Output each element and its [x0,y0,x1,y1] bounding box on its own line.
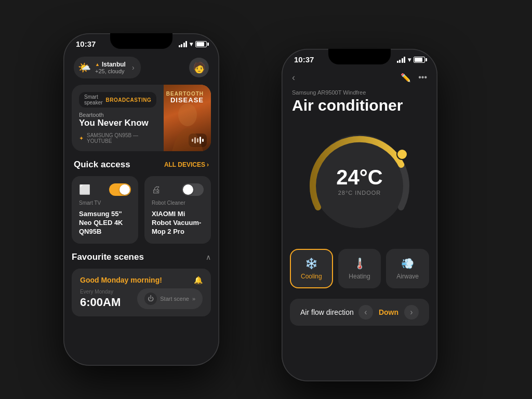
indoor-temp: 28°C INDOOR [336,190,382,196]
scenes-header: Favourite scenes ∧ [72,252,211,269]
quick-access-header: Quick access ALL DEVICES › [63,159,219,176]
robot-icon: 🖨 [152,184,161,195]
broadcasting-label: BROADCASTING [106,97,152,103]
music-card[interactable]: Smart speaker BROADCASTING Beartooth You… [72,85,211,151]
airflow-label: Air flow direction [300,308,354,316]
status-time-2: 10:37 [294,55,314,64]
music-title: You Never Know [79,118,156,128]
status-icons-2: ▾ [397,56,425,63]
favourite-scenes: Favourite scenes ∧ Good Monday morning! … [63,252,219,316]
edit-icon[interactable]: ✏️ [401,73,411,83]
tv-toggle[interactable] [109,183,131,196]
weather-city: ▲ Istanbul [95,61,126,68]
phone-1-notch [110,33,172,49]
power-icon: ⏻ [144,292,157,305]
airflow-row: Air flow direction ‹ Down › [290,299,429,326]
svg-point-0 [178,103,197,126]
scenes-chevron-icon[interactable]: ∧ [206,253,211,261]
airflow-control: ‹ Down › [358,305,419,320]
weather-chevron-icon: › [132,63,135,72]
airwave-label: Airwave [396,273,419,280]
weather-info: ▲ Istanbul +25, cloudy [95,61,126,74]
signal-icon [179,41,188,47]
more-icon[interactable]: ••• [418,73,427,83]
heating-label: Heating [349,273,370,280]
heating-icon: 🌡️ [353,257,366,270]
mode-cooling[interactable]: ❄️ Cooling [290,249,333,288]
tv-name: Samsung 55" Neo QLED 4K QN95B [79,210,131,236]
svg-point-2 [397,149,407,159]
ac-device-label: Samsung AR9500T Windfree [282,89,437,96]
status-icons-1: ▾ [179,41,207,48]
battery-icon [195,41,207,47]
wifi-icon-2: ▾ [408,56,411,63]
phone-1: 10:37 ▾ 🌤️ [63,33,219,366]
weather-temp: +25, cloudy [95,68,126,74]
ac-title: Air conditioner [282,97,437,114]
tv-type: Smart TV [79,200,131,206]
music-artist: Beartooth [79,112,156,118]
music-info: Smart speaker BROADCASTING Beartooth You… [72,85,164,151]
airflow-next-button[interactable]: › [404,305,419,320]
temperature-display: 24°C [336,167,382,188]
dial-center: 24°C 28°C INDOOR [336,167,382,196]
airflow-prev-button[interactable]: ‹ [358,305,373,320]
scene-time-info: Every Monday 6:00AM [80,289,121,309]
airwave-icon: 💨 [401,257,414,270]
weather-pill[interactable]: 🌤️ ▲ Istanbul +25, cloudy › [74,57,141,78]
scene-name: Good Monday morning! [80,276,162,284]
ac-actions: ✏️ ••• [401,73,427,83]
bluetooth-icon: ✦ [79,135,84,142]
device-card-tv[interactable]: ⬜ Smart TV Samsung 55" Neo QLED 4K QN95B [72,176,138,244]
weather-bar: 🌤️ ▲ Istanbul +25, cloudy › 🧑 [63,52,219,85]
broadcasting-badge: Smart speaker BROADCASTING [79,92,156,108]
phone-2-notch [328,49,391,64]
device-card-robot[interactable]: 🖨 Robot Cleaner XIAOMI Mi Robot Vacuum-M… [144,176,211,244]
all-devices-link[interactable]: ALL DEVICES › [164,161,209,168]
mode-buttons: ❄️ Cooling 🌡️ Heating 💨 Airwave [282,249,437,299]
thermostat-dial[interactable]: 24°C 28°C INDOOR [302,124,417,238]
music-source: ✦ SAMSUNG QN95B — YOUTUBE [79,132,156,144]
scene-time: 6:00AM [80,296,121,309]
mode-airwave[interactable]: 💨 Airwave [386,249,429,288]
speaker-label: Smart speaker [84,94,103,105]
wifi-icon: ▾ [190,41,193,48]
avatar[interactable]: 🧑 [189,58,209,77]
ac-top-bar: ‹ ✏️ ••• [282,68,437,89]
back-button[interactable]: ‹ [292,72,295,83]
tv-icon: ⬜ [79,184,90,195]
battery-icon-2 [414,57,425,63]
thermostat-container: 24°C 28°C INDOOR [282,124,437,249]
scenes-title: Favourite scenes [72,252,144,262]
cooling-label: Cooling [301,273,322,280]
airflow-value: Down [378,308,399,316]
album-silhouette [167,99,208,151]
signal-icon-2 [397,57,406,63]
status-time-1: 10:37 [76,39,96,48]
robot-type: Robot Cleaner [152,200,204,206]
start-scene-button[interactable]: ⏻ Start scene » [137,288,203,309]
music-album-art: BEARTOOTH DISEASE [164,85,211,151]
cooling-icon: ❄️ [305,257,318,270]
bell-icon: 🔔 [194,276,203,284]
phone-2: 10:37 ▾ ‹ ✏️ [282,49,437,381]
devices-grid: ⬜ Smart TV Samsung 55" Neo QLED 4K QN95B… [63,176,219,252]
scene-schedule: Every Monday [80,289,121,295]
robot-name: XIAOMI Mi Robot Vacuum-Mop 2 Pro [152,210,204,236]
robot-toggle[interactable] [182,183,204,196]
weather-icon: 🌤️ [78,61,91,74]
mode-heating[interactable]: 🌡️ Heating [338,249,381,288]
quick-access-title: Quick access [74,159,130,170]
scene-card[interactable]: Good Monday morning! 🔔 Every Monday 6:00… [72,269,211,316]
